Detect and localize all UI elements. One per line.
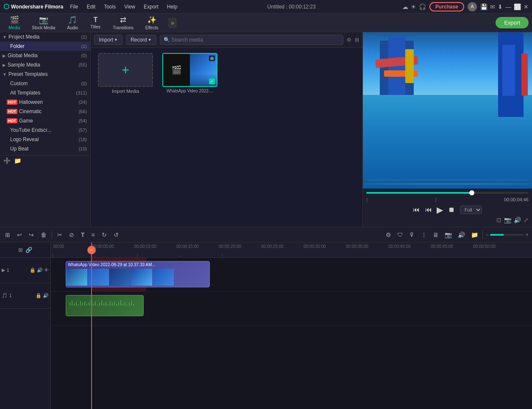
save-icon[interactable]: 💾 — [480, 3, 487, 10]
sidebar-item-folder[interactable]: Folder (1) — [0, 42, 90, 51]
timeline-mic-btn[interactable]: 🎙 — [407, 231, 417, 239]
sidebar-item-global-media[interactable]: ▶ Global Media (0) — [0, 51, 90, 60]
track-header-spacer: ⊠ 🔗 — [0, 242, 51, 257]
search-input[interactable] — [172, 37, 340, 43]
youtube-endscr-label: YouTube Endscr... — [10, 127, 78, 133]
tool-titles[interactable]: T Titles — [85, 14, 106, 31]
progress-thumb[interactable] — [469, 190, 474, 195]
timeline-settings-btn[interactable]: ⚙ — [384, 231, 393, 239]
undo-button[interactable]: ↩ — [15, 231, 24, 239]
sidebar-item-youtube-endscr[interactable]: YouTube Endscr... (57) — [0, 125, 90, 135]
sidebar-item-game[interactable]: HOT Game (54) — [0, 116, 90, 125]
tool-media[interactable]: 🎬 Media — [3, 14, 25, 32]
import-button[interactable]: Import ▼ — [94, 35, 123, 45]
import-placeholder[interactable]: + — [98, 53, 153, 87]
download-icon[interactable]: ⬇ — [498, 3, 503, 10]
import-dropdown-icon: ▼ — [114, 38, 118, 42]
ruler-tick-0 — [53, 254, 53, 257]
tool-stock-media[interactable]: 📷 Stock Media — [27, 14, 60, 32]
menu-edit[interactable]: Edit — [83, 3, 99, 11]
video-eye-icon[interactable]: 👁 — [44, 267, 49, 273]
maximize-icon[interactable]: ⬜ — [514, 3, 521, 10]
snap-icon[interactable]: ⊠ — [18, 247, 23, 253]
step-back-button[interactable]: ⏭ — [425, 206, 432, 214]
purchase-button[interactable]: Purchase — [429, 2, 464, 11]
audio-clip[interactable] — [66, 295, 144, 316]
sun-icon[interactable]: ☀ — [411, 3, 416, 10]
video-lock-icon[interactable]: 🔒 — [30, 267, 36, 273]
screenshot-icon[interactable]: 📷 — [504, 217, 511, 223]
menu-tools[interactable]: Tools — [100, 3, 119, 11]
sidebar-item-up-beat[interactable]: Up Beat (10) — [0, 144, 90, 153]
all-templates-label: All Templates — [10, 90, 76, 96]
timeline-folder-btn[interactable]: 📁 — [469, 231, 480, 239]
menu-file[interactable]: File — [67, 3, 81, 11]
unlink-button[interactable]: ⊘ — [67, 231, 76, 239]
logo-reveal-label: Logo Reveal — [10, 136, 78, 142]
ruler-marks: 00:00 00:00:05:00 00:00:10:00 00:00:15:0… — [51, 242, 532, 257]
link-icon[interactable]: 🔗 — [25, 247, 32, 253]
record-button[interactable]: Record ▼ — [126, 35, 156, 45]
stop-button[interactable]: ⏹ — [448, 206, 455, 214]
tool-audio[interactable]: 🎵 Audio — [62, 14, 83, 32]
pip-icon[interactable]: ⊡ — [496, 217, 501, 223]
timeline-snapshot-btn[interactable]: 📷 — [443, 231, 454, 239]
sidebar-item-all-templates[interactable]: All Templates (311) — [0, 88, 90, 97]
volume-icon[interactable]: 🔊 — [514, 217, 521, 223]
timeline-more-btn[interactable]: ⋮ — [419, 231, 429, 239]
ruler[interactable]: 00:00 00:00:05:00 00:00:10:00 00:00:15:0… — [51, 242, 532, 257]
menu-view[interactable]: View — [121, 3, 139, 11]
export-button[interactable]: Export — [496, 17, 529, 28]
audio-volume-icon[interactable]: 🔊 — [43, 293, 49, 298]
zoom-out-icon[interactable]: − — [485, 232, 488, 238]
playback-controls: ⏮ ⏭ ▶ ⏹ Full 1/2 1/4 — [366, 205, 529, 215]
folder-icon[interactable]: 📁 — [14, 157, 21, 164]
quality-select[interactable]: Full 1/2 1/4 — [460, 206, 482, 214]
cut-button[interactable]: ✂ — [56, 231, 64, 239]
menu-export[interactable]: Export — [140, 3, 162, 11]
close-icon[interactable]: ✕ — [524, 3, 529, 10]
sidebar-item-halloween[interactable]: HOT Halloween (24) — [0, 97, 90, 107]
cloud-icon[interactable]: ☁ — [402, 3, 408, 10]
tool-effects-label: Effects — [145, 25, 158, 30]
stabilize-button[interactable]: ↺ — [112, 231, 120, 239]
rewind-button[interactable]: ⏮ — [413, 206, 420, 214]
grid-icon[interactable]: ⊞ — [355, 37, 359, 43]
timeline-add-track-btn[interactable]: ⊞ — [3, 231, 12, 239]
play-button[interactable]: ▶ — [437, 205, 443, 215]
sidebar-item-preset-templates[interactable]: ▼ Preset Templates — [0, 70, 90, 79]
filter-icon[interactable]: ⚙ — [347, 37, 351, 43]
mail-icon[interactable]: ✉ — [490, 3, 495, 10]
zoom-slider[interactable] — [490, 234, 524, 236]
video-volume-icon[interactable]: 🔊 — [37, 267, 43, 273]
sidebar-item-custom[interactable]: Custom (0) — [0, 79, 90, 88]
clip-speed-button[interactable]: ≡ — [90, 231, 97, 239]
timeline-shield-btn[interactable]: 🛡 — [396, 231, 405, 239]
headphone-icon[interactable]: 🎧 — [419, 3, 426, 10]
tool-effects[interactable]: ✨ Effects — [140, 14, 163, 32]
audio-lock-icon[interactable]: 🔒 — [36, 293, 42, 298]
redo-button[interactable]: ↪ — [27, 231, 36, 239]
sidebar-item-logo-reveal[interactable]: Logo Reveal (18) — [0, 135, 90, 144]
sidebar-item-sample-media[interactable]: ▶ Sample Media (55) — [0, 60, 90, 70]
tool-transitions[interactable]: ⇄ Transitions — [108, 14, 139, 32]
zoom-in-icon[interactable]: + — [526, 232, 529, 238]
progress-bar[interactable] — [366, 192, 529, 194]
video-clip[interactable]: WhatsApp Video 2022-08-29 at 10.37.33 AM… — [66, 261, 210, 287]
color-match-button[interactable]: ↻ — [100, 231, 109, 239]
text-button[interactable]: T — [79, 231, 86, 239]
delete-button[interactable]: 🗑 — [39, 231, 48, 239]
avatar[interactable]: A — [468, 2, 477, 11]
timeline-audio-btn[interactable]: 🔊 — [456, 231, 467, 239]
fullscreen-icon[interactable]: ⤢ — [524, 217, 529, 223]
import-media-item[interactable]: + Import Media — [96, 53, 155, 94]
sidebar-item-cinematic[interactable]: HOT Cinematic (66) — [0, 107, 90, 116]
game-label: Game — [19, 118, 78, 124]
add-folder-icon[interactable]: ➕ — [3, 157, 11, 164]
menu-help[interactable]: Help — [164, 3, 181, 11]
sidebar-item-project-media[interactable]: ▼ Project Media (1) — [0, 32, 90, 42]
timeline-screen-btn[interactable]: 🖥 — [431, 231, 440, 239]
toolbar-expand-button[interactable]: » — [168, 18, 177, 28]
minimize-icon[interactable]: — — [505, 3, 511, 10]
whatsapp-video-item[interactable]: 🎬 ⊞ ✓ WhatsApp Video 2022-... — [160, 53, 220, 94]
